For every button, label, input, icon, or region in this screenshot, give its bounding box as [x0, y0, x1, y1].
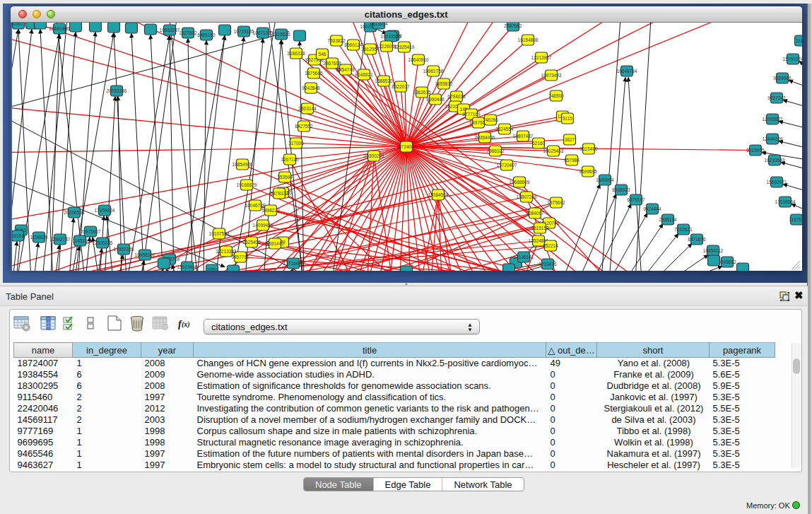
svg-text:10025453: 10025453 — [543, 148, 564, 153]
svg-text:7632621: 7632621 — [674, 227, 693, 232]
svg-text:5878333: 5878333 — [270, 191, 288, 196]
svg-text:16961758: 16961758 — [423, 69, 444, 74]
svg-text:16854986: 16854986 — [233, 162, 253, 167]
svg-text:12093822: 12093822 — [763, 117, 783, 122]
svg-text:252214: 252214 — [543, 243, 558, 248]
svg-text:9146821: 9146821 — [355, 72, 373, 77]
svg-text:7986322: 7986322 — [486, 148, 505, 153]
svg-text:12942737: 12942737 — [50, 237, 71, 242]
svg-text:10719185: 10719185 — [234, 29, 254, 34]
svg-text:2050: 2050 — [207, 267, 218, 271]
svg-text:1117: 1117 — [796, 38, 801, 43]
svg-text:20206536: 20206536 — [64, 210, 85, 215]
svg-text:10654112: 10654112 — [703, 248, 724, 253]
svg-text:857984: 857984 — [564, 158, 579, 163]
svg-text:15720407: 15720407 — [497, 163, 517, 168]
svg-text:16648784: 16648784 — [617, 69, 637, 74]
svg-text:2935114: 2935114 — [659, 217, 677, 222]
svg-text:6879197: 6879197 — [627, 197, 645, 202]
svg-text:9457791: 9457791 — [231, 255, 249, 259]
svg-text:12213383: 12213383 — [216, 249, 237, 254]
svg-text:3624554: 3624554 — [495, 127, 514, 132]
svg-text:14099489: 14099489 — [253, 223, 273, 228]
svg-text:12213967: 12213967 — [531, 55, 552, 60]
svg-text:8990448: 8990448 — [426, 97, 445, 102]
svg-text:748500: 748500 — [548, 93, 564, 98]
svg-text:20691406: 20691406 — [49, 26, 70, 31]
svg-text:39154: 39154 — [12, 233, 24, 238]
svg-text:7515526: 7515526 — [272, 32, 290, 37]
svg-text:12325419: 12325419 — [394, 45, 415, 49]
svg-text:2867608: 2867608 — [323, 61, 341, 66]
svg-text:17957255: 17957255 — [114, 247, 134, 252]
svg-text:3875685: 3875685 — [305, 71, 323, 76]
svg-text:8938923: 8938923 — [612, 187, 630, 192]
svg-text:10958107: 10958107 — [135, 252, 155, 257]
svg-text:2803144: 2803144 — [298, 106, 317, 111]
svg-text:1640954: 1640954 — [596, 177, 614, 182]
svg-text:25300293: 25300293 — [364, 153, 384, 158]
svg-text:1588520: 1588520 — [375, 78, 393, 83]
svg-text:16154808: 16154808 — [518, 37, 539, 42]
svg-text:353594: 353594 — [277, 175, 293, 180]
svg-text:9329966: 9329966 — [773, 76, 792, 81]
svg-text:20975867: 20975867 — [81, 229, 101, 234]
svg-text:18807249: 18807249 — [517, 194, 537, 199]
svg-text:9245652: 9245652 — [718, 259, 736, 264]
svg-text:317006: 317006 — [288, 141, 304, 146]
svg-text:114519: 114519 — [72, 238, 88, 243]
svg-text:9699695: 9699695 — [579, 169, 597, 174]
svg-text:8660124: 8660124 — [344, 42, 363, 47]
svg-text:14136141: 14136141 — [514, 255, 534, 259]
svg-text:15751074: 15751074 — [783, 57, 802, 62]
svg-text:8813054: 8813054 — [370, 23, 388, 26]
svg-text:9474444: 9474444 — [643, 206, 661, 211]
svg-text:20364436: 20364436 — [475, 135, 495, 140]
svg-text:18724007: 18724007 — [396, 144, 417, 149]
svg-text:16210643: 16210643 — [765, 158, 785, 163]
svg-text:1691441: 1691441 — [266, 241, 284, 246]
svg-text:10807487: 10807487 — [513, 134, 534, 139]
svg-text:(x): (x) — [182, 320, 190, 329]
svg-text:10046788: 10046788 — [245, 203, 266, 208]
svg-text:19218506: 19218506 — [381, 34, 401, 39]
svg-text:7663822: 7663822 — [327, 38, 346, 43]
svg-text:8427552: 8427552 — [295, 124, 313, 129]
svg-text:12505135: 12505135 — [93, 240, 113, 245]
svg-text:12444159: 12444159 — [763, 136, 783, 141]
svg-text:10688609: 10688609 — [510, 180, 530, 185]
svg-text:1527602: 1527602 — [179, 30, 197, 35]
svg-text:8471876: 8471876 — [688, 237, 706, 242]
svg-text:8215955: 8215955 — [746, 148, 765, 153]
svg-text:8322037: 8322037 — [392, 84, 410, 89]
svg-text:19384554: 19384554 — [428, 192, 449, 197]
svg-text:10973493: 10973493 — [541, 73, 562, 78]
svg-text:62160: 62160 — [532, 141, 545, 146]
svg-text:9227342: 9227342 — [767, 95, 786, 100]
svg-text:1362615: 1362615 — [413, 90, 431, 95]
svg-text:17359924: 17359924 — [95, 208, 115, 213]
svg-text:18640910: 18640910 — [408, 57, 429, 62]
svg-text:1615152: 1615152 — [531, 226, 549, 230]
svg-text:1975692: 1975692 — [547, 200, 565, 205]
svg-text:5498222: 5498222 — [261, 208, 280, 213]
svg-text:9115460: 9115460 — [580, 146, 598, 151]
svg-text:9084067: 9084067 — [526, 211, 544, 216]
svg-text:3267110: 3267110 — [281, 157, 299, 162]
svg-text:6466160: 6466160 — [197, 33, 216, 37]
svg-text:5115: 5115 — [563, 116, 572, 121]
svg-text:1156829: 1156829 — [30, 235, 48, 240]
svg-text:8454749: 8454749 — [336, 67, 355, 72]
svg-text:3186328: 3186328 — [287, 51, 305, 56]
svg-text:10107553: 10107553 — [209, 231, 230, 236]
svg-text:116753: 116753 — [789, 217, 801, 222]
svg-text:15923446: 15923446 — [177, 264, 198, 269]
svg-text:1733426: 1733426 — [539, 262, 557, 267]
svg-text:10653287: 10653287 — [160, 28, 180, 33]
svg-text:6794028: 6794028 — [447, 94, 466, 99]
svg-text:17016504: 17016504 — [775, 199, 796, 204]
svg-text:746266: 746266 — [483, 117, 498, 122]
svg-text:3627: 3627 — [565, 137, 575, 142]
svg-text:9242848: 9242848 — [302, 86, 320, 90]
svg-text:15692971: 15692971 — [767, 180, 787, 185]
